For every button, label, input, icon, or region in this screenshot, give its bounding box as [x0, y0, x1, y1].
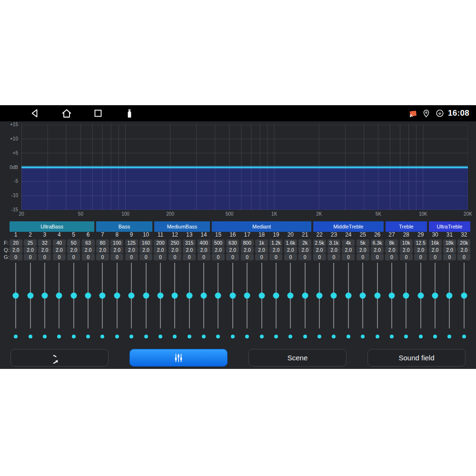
band-group-header[interactable]: Bass [96, 221, 152, 232]
band-gain-value[interactable]: 0 [110, 254, 123, 260]
band-group-header[interactable]: Mediant [212, 221, 311, 232]
band-gain-value[interactable]: 0 [241, 254, 254, 260]
gain-slider-track[interactable] [30, 263, 31, 328]
gain-slider-knob[interactable] [27, 293, 33, 299]
gain-slider-track[interactable] [420, 263, 421, 328]
gain-slider-track[interactable] [290, 263, 291, 328]
band-q-value[interactable]: 2.0 [357, 247, 369, 253]
band-q-value[interactable]: 2.0 [198, 247, 210, 253]
band-group-header[interactable]: UltraBass [10, 221, 94, 232]
band-frequency-value[interactable]: 1.2k [269, 239, 282, 246]
gain-slider-track[interactable] [117, 263, 118, 328]
gain-slider-track[interactable] [218, 263, 218, 328]
band-gain-value[interactable]: 0 [154, 254, 167, 260]
gain-slider-knob[interactable] [432, 293, 438, 299]
gain-slider-track[interactable] [232, 263, 233, 328]
band-gain-value[interactable]: 0 [414, 254, 427, 260]
gain-slider-knob[interactable] [302, 293, 308, 299]
band-gain-value[interactable]: 0 [226, 254, 239, 260]
band-gain-value[interactable]: 0 [327, 254, 340, 260]
gain-slider-track[interactable] [88, 263, 89, 328]
band-frequency-value[interactable]: 6.3k [371, 239, 384, 246]
band-gain-value[interactable]: 0 [125, 254, 138, 260]
band-group-header[interactable]: MiddleTreble [313, 221, 384, 232]
gain-slider-knob[interactable] [70, 293, 77, 299]
band-q-value[interactable]: 2.0 [457, 247, 470, 253]
band-q-value[interactable]: 2.0 [110, 247, 123, 253]
gain-slider-knob[interactable] [446, 293, 453, 299]
band-gain-value[interactable]: 0 [96, 254, 109, 260]
band-q-value[interactable]: 2.0 [342, 247, 355, 253]
band-frequency-value[interactable]: 800 [241, 239, 254, 246]
gain-slider-knob[interactable] [374, 293, 380, 299]
band-gain-value[interactable]: 0 [357, 254, 369, 260]
gain-slider-track[interactable] [276, 263, 277, 328]
gain-slider-knob[interactable] [114, 293, 120, 299]
band-frequency-value[interactable]: 25 [24, 239, 37, 246]
band-frequency-value[interactable]: 100 [110, 239, 123, 246]
gain-slider-track[interactable] [15, 263, 16, 328]
band-gain-value[interactable]: 0 [139, 254, 152, 260]
band-frequency-value[interactable]: 1k [255, 239, 268, 246]
band-q-value[interactable]: 2.0 [125, 247, 138, 253]
band-gain-value[interactable]: 0 [255, 254, 268, 260]
home-icon[interactable] [61, 108, 72, 119]
gain-slider-track[interactable] [319, 263, 320, 328]
band-frequency-value[interactable]: 80 [96, 239, 109, 246]
band-q-value[interactable]: 2.0 [269, 247, 282, 253]
band-frequency-value[interactable]: 1.6k [284, 239, 297, 246]
band-q-value[interactable]: 2.0 [284, 247, 297, 253]
band-frequency-value[interactable]: 63 [82, 239, 95, 246]
gain-slider-knob[interactable] [417, 293, 424, 299]
band-gain-value[interactable]: 0 [24, 254, 37, 260]
band-gain-value[interactable]: 0 [169, 254, 181, 260]
band-frequency-value[interactable]: 12.5 [414, 239, 427, 246]
gain-slider-track[interactable] [391, 263, 392, 328]
band-q-value[interactable]: 2.0 [429, 247, 442, 253]
band-gain-value[interactable]: 0 [371, 254, 384, 260]
gain-slider-knob[interactable] [244, 293, 250, 299]
band-frequency-value[interactable]: 2k [298, 239, 311, 246]
gain-slider-track[interactable] [261, 263, 262, 328]
band-q-value[interactable]: 2.0 [400, 247, 413, 253]
gain-slider-track[interactable] [464, 263, 465, 328]
band-frequency-value[interactable]: 18k [443, 239, 456, 246]
gain-slider-knob[interactable] [288, 293, 294, 299]
band-gain-value[interactable]: 0 [400, 254, 413, 260]
gain-slider-knob[interactable] [317, 293, 323, 299]
gain-slider-track[interactable] [305, 263, 306, 328]
gain-slider-track[interactable] [406, 263, 407, 328]
band-q-value[interactable]: 2.0 [385, 247, 398, 253]
band-frequency-value[interactable]: 5k [357, 239, 369, 246]
band-frequency-value[interactable]: 160 [139, 239, 152, 246]
gain-slider-knob[interactable] [388, 293, 395, 299]
gain-slider-knob[interactable] [172, 293, 178, 299]
gain-slider-track[interactable] [131, 263, 132, 328]
band-frequency-value[interactable]: 630 [226, 239, 239, 246]
band-q-value[interactable]: 2.0 [255, 247, 268, 253]
band-frequency-value[interactable]: 4k [342, 239, 355, 246]
band-q-value[interactable]: 2.0 [139, 247, 152, 253]
band-frequency-value[interactable]: 3.1k [327, 239, 340, 246]
gain-slider-track[interactable] [73, 263, 74, 328]
band-gain-value[interactable]: 0 [385, 254, 398, 260]
band-gain-value[interactable]: 0 [82, 254, 95, 260]
band-q-value[interactable]: 2.0 [82, 247, 95, 253]
band-gain-value[interactable]: 0 [443, 254, 456, 260]
band-frequency-value[interactable]: 40 [53, 239, 66, 246]
band-frequency-value[interactable]: 10k [400, 239, 413, 246]
band-q-value[interactable]: 2.0 [38, 247, 51, 253]
band-group-header[interactable]: MediumBass [154, 221, 210, 232]
gain-slider-knob[interactable] [229, 293, 236, 299]
gain-slider-track[interactable] [146, 263, 147, 328]
gain-slider-knob[interactable] [129, 293, 135, 299]
band-gain-value[interactable]: 0 [313, 254, 326, 260]
band-q-value[interactable]: 2.0 [24, 247, 37, 253]
back-icon[interactable] [30, 108, 41, 119]
sound-field-button[interactable]: Sound field [367, 349, 466, 367]
equalizer-button[interactable] [129, 349, 228, 367]
gain-slider-track[interactable] [160, 263, 161, 328]
gain-slider-track[interactable] [174, 263, 175, 328]
band-frequency-value[interactable]: 250 [169, 239, 181, 246]
band-gain-value[interactable]: 0 [342, 254, 355, 260]
